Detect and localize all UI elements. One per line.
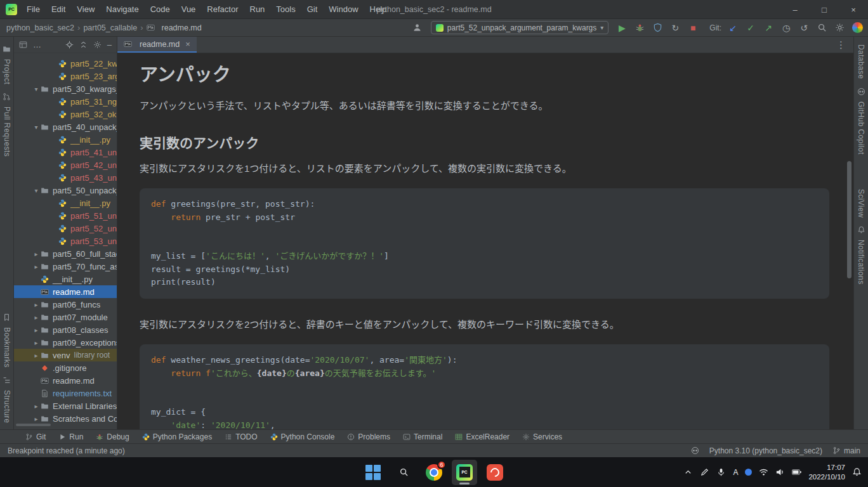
menu-view[interactable]: View xyxy=(71,0,100,19)
tool-stripe-project[interactable]: Project xyxy=(3,44,11,84)
tree-item-part5-43-unpack-pa[interactable]: part5_43_unpack_pa xyxy=(14,171,117,184)
menu-edit[interactable]: Edit xyxy=(46,0,71,19)
maximize-button[interactable]: □ xyxy=(810,0,839,19)
stop-button[interactable]: ■ xyxy=(685,21,700,35)
select-opened-file-icon[interactable] xyxy=(65,41,74,49)
tree-item-scratches-and-consoles[interactable]: ▸Scratches and Consoles xyxy=(14,412,117,422)
breadcrumb-item-part05-callable[interactable]: part05_callable xyxy=(83,23,137,32)
menu-navigate[interactable]: Navigate xyxy=(100,0,144,19)
tree-item-part5-30-kwargs-default[interactable]: ▾part5_30_kwargs_default xyxy=(14,82,117,95)
debug-button[interactable] xyxy=(632,21,647,35)
tree-item-gitignore[interactable]: .gitignore xyxy=(14,361,117,374)
taskbar-clock[interactable]: 17:07 2022/10/10 xyxy=(808,463,845,482)
tree-item-part5-32-ok-py[interactable]: part5_32_ok.py xyxy=(14,108,117,120)
ime-language-icon[interactable]: A xyxy=(733,468,738,477)
tree-expand-icon[interactable]: ▸ xyxy=(32,301,41,308)
close-button[interactable]: × xyxy=(839,0,868,19)
editor-scrollbar[interactable] xyxy=(847,161,852,278)
tree-collapse-icon[interactable]: ▾ xyxy=(32,86,41,93)
collapse-all-icon[interactable] xyxy=(79,41,88,49)
history-button[interactable]: ◷ xyxy=(779,21,794,35)
tree-item-venv[interactable]: ▸venvlibrary root xyxy=(14,349,117,361)
project-view-icon[interactable] xyxy=(19,41,27,49)
view-options-icon[interactable]: … xyxy=(33,40,41,49)
tree-item-part5-51-unpack-ar[interactable]: part5_51_unpack_ar xyxy=(14,209,117,222)
start-taskbar-button[interactable] xyxy=(360,460,386,485)
toolwindow-excelreader[interactable]: ExcelReader xyxy=(449,430,516,443)
wifi-icon[interactable] xyxy=(759,467,768,477)
tree-item-part5-53-unpack-ar[interactable]: part5_53_unpack_ar xyxy=(14,235,117,247)
tree-expand-icon[interactable]: ▸ xyxy=(32,314,41,321)
tree-expand-icon[interactable]: ▸ xyxy=(32,339,41,346)
python-interpreter[interactable]: Python 3.10 (python_basic_sec2) xyxy=(709,446,822,455)
settings-button[interactable] xyxy=(832,21,847,35)
search-everywhere-button[interactable] xyxy=(814,21,829,35)
coverage-button[interactable] xyxy=(650,21,665,35)
tree-item-part06-funcs[interactable]: ▸part06_funcs xyxy=(14,298,117,311)
menu-window[interactable]: Window xyxy=(323,0,364,19)
redapp-taskbar-button[interactable] xyxy=(482,460,508,485)
search-taskbar-button[interactable] xyxy=(391,460,416,485)
mic-icon[interactable] xyxy=(716,467,726,477)
tool-stripe-notifications[interactable]: Notifications xyxy=(857,225,865,285)
run-configuration-select[interactable]: part5_52_unpack_argument_param_kwargs ▾ xyxy=(431,21,609,34)
tree-item-part5-70-func-as-arg[interactable]: ▸part5_70_func_as_arg xyxy=(14,260,117,273)
toolwindow-todo[interactable]: TODO xyxy=(218,430,263,443)
pen-icon[interactable] xyxy=(700,467,709,477)
tree-item-part5-41-unpack-pa[interactable]: part5_41_unpack_pa xyxy=(14,146,117,159)
tree-collapse-icon[interactable]: ▾ xyxy=(32,187,41,194)
menu-tools[interactable]: Tools xyxy=(270,0,301,19)
hide-panel-icon[interactable]: – xyxy=(107,40,112,49)
tree-item-external-libraries[interactable]: ▸External Libraries xyxy=(14,399,117,412)
toolwindow-problems[interactable]: Problems xyxy=(341,430,397,443)
tree-item-part5-60-full-stack[interactable]: ▸part5_60_full_stack xyxy=(14,247,117,260)
profiler-button[interactable]: ↻ xyxy=(667,21,683,35)
menu-code[interactable]: Code xyxy=(145,0,176,19)
tree-item-part07-module[interactable]: ▸part07_module xyxy=(14,311,117,323)
toolwindow-terminal[interactable]: Terminal xyxy=(397,430,449,443)
pycharm-taskbar-button[interactable]: PC xyxy=(452,460,477,485)
tree-item-readme-md[interactable]: readme.md xyxy=(14,374,117,387)
tool-stripe-pull-requests[interactable]: Pull Requests xyxy=(3,92,11,157)
markdown-preview[interactable]: アンパック アンパックという手法で、リストやタプル等、あるいは辞書等を引数に変換… xyxy=(117,53,853,429)
toolwindow-python-packages[interactable]: Python Packages xyxy=(136,430,218,443)
tree-item-part5-22-kwargs-sa[interactable]: part5_22_kwargs_sa xyxy=(14,57,117,70)
tree-item-requirements-txt[interactable]: requirements.txt xyxy=(14,387,117,399)
tree-item-init-py[interactable]: __init__.py xyxy=(14,197,117,209)
tree-expand-icon[interactable]: ▸ xyxy=(32,352,41,359)
menu-run[interactable]: Run xyxy=(244,0,271,19)
chrome-taskbar-button[interactable]: 6 xyxy=(421,460,447,485)
tool-stripe-sciview[interactable]: SciView xyxy=(857,189,865,218)
tree-expand-icon[interactable]: ▸ xyxy=(32,327,41,334)
menu-vue[interactable]: Vue xyxy=(176,0,202,19)
tree-item-part5-42-unpack-pa[interactable]: part5_42_unpack_pa xyxy=(14,159,117,171)
tab-close-icon[interactable]: × xyxy=(185,39,190,49)
tree-item-part5-52-unpack-ar[interactable]: part5_52_unpack_ar xyxy=(14,222,117,235)
user-icon[interactable] xyxy=(410,21,425,35)
toolwindow-debug[interactable]: Debug xyxy=(89,430,135,443)
tree-item-part09-exceptions[interactable]: ▸part09_exceptions xyxy=(14,336,117,349)
tool-stripe-bookmarks[interactable]: Bookmarks xyxy=(3,313,11,368)
run-button[interactable]: ▶ xyxy=(614,21,629,35)
tree-expand-icon[interactable]: ▸ xyxy=(32,415,41,422)
menu-git[interactable]: Git xyxy=(301,0,324,19)
panel-settings-icon[interactable] xyxy=(93,41,102,49)
tree-expand-icon[interactable]: ▸ xyxy=(32,250,41,257)
toolwindow-services[interactable]: Services xyxy=(516,430,569,443)
git-update-button[interactable]: ↙ xyxy=(725,21,740,35)
toolwindow-run[interactable]: Run xyxy=(52,430,89,443)
toolwindow-git[interactable]: Git xyxy=(19,430,52,443)
tree-scrollbar[interactable] xyxy=(16,424,51,426)
menu-refactor[interactable]: Refactor xyxy=(201,0,244,19)
rollback-button[interactable]: ↺ xyxy=(796,21,812,35)
tree-item-init-py[interactable]: __init__.py xyxy=(14,273,117,285)
tree-expand-icon[interactable]: ▸ xyxy=(32,403,41,410)
git-branch-widget[interactable]: main xyxy=(832,446,860,455)
menu-help[interactable]: Help xyxy=(364,0,393,19)
tab-readme-md[interactable]: readme.md × xyxy=(117,37,197,53)
tree-collapse-icon[interactable]: ▾ xyxy=(32,124,41,131)
battery-icon[interactable] xyxy=(792,467,801,477)
git-push-button[interactable]: ↗ xyxy=(761,21,776,35)
tree-expand-icon[interactable]: ▸ xyxy=(32,263,41,270)
breadcrumb-item-readme-md[interactable]: readme.md xyxy=(147,23,202,32)
